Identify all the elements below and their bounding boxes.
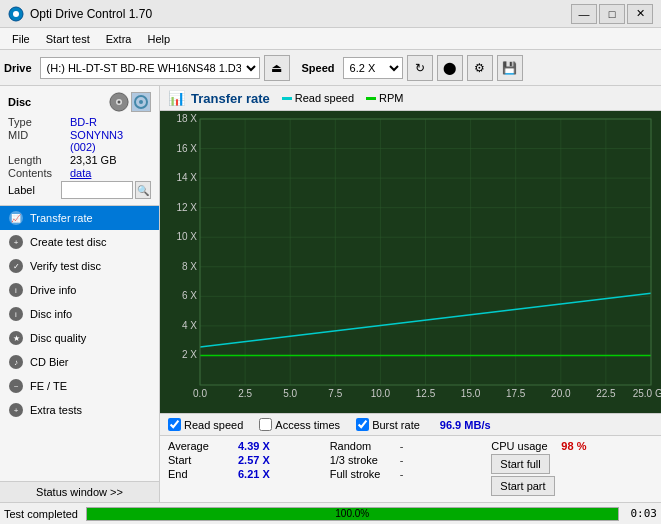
nav-item-fe-te[interactable]: ~ FE / TE: [0, 374, 159, 398]
window-title: Opti Drive Control 1.70: [30, 7, 571, 21]
drive-select[interactable]: (H:) HL-DT-ST BD-RE WH16NS48 1.D3: [40, 57, 260, 79]
create-test-disc-icon: +: [8, 234, 24, 250]
verify-test-disc-icon: ✓: [8, 258, 24, 274]
nav-label-transfer-rate: Transfer rate: [30, 212, 93, 224]
stats-end-row: End 6.21 X: [168, 468, 330, 480]
stats-full-stroke-val: -: [400, 468, 440, 480]
svg-point-1: [13, 11, 19, 17]
disc-type-row: Type BD-R: [8, 116, 151, 128]
nav-label-disc-info: Disc info: [30, 308, 72, 320]
close-button[interactable]: ✕: [627, 4, 653, 24]
start-full-button[interactable]: Start full: [491, 454, 549, 474]
speed-select[interactable]: 6.2 X: [343, 57, 403, 79]
status-text: Test completed: [4, 508, 78, 520]
disc-info-panel: Disc Type BD-R MID SONYNN3 (002): [0, 86, 159, 206]
legend-read-speed-dot: [282, 97, 292, 100]
fe-te-icon: ~: [8, 378, 24, 394]
stats-random-row: Random -: [330, 440, 492, 452]
chart-header-icon: 📊: [168, 90, 185, 106]
disc-label-input[interactable]: [61, 181, 133, 199]
nav-item-disc-quality[interactable]: ★ Disc quality: [0, 326, 159, 350]
nav-item-drive-info[interactable]: i Drive info: [0, 278, 159, 302]
access-times-checkbox-label[interactable]: Access times: [259, 418, 340, 431]
nav-label-drive-info: Drive info: [30, 284, 76, 296]
stats-col-mid: Random - 1/3 stroke - Full stroke -: [330, 440, 492, 498]
burst-rate-checkbox[interactable]: [356, 418, 369, 431]
settings-button[interactable]: ⚙: [467, 55, 493, 81]
nav-item-disc-info[interactable]: i Disc info: [0, 302, 159, 326]
read-speed-checkbox-label[interactable]: Read speed: [168, 418, 243, 431]
window-controls: — □ ✕: [571, 4, 653, 24]
disc-label-button[interactable]: 🔍: [135, 181, 151, 199]
menu-start-test[interactable]: Start test: [38, 31, 98, 47]
chart-container: [160, 111, 661, 413]
toolbar: Drive (H:) HL-DT-ST BD-RE WH16NS48 1.D3 …: [0, 50, 661, 86]
svg-point-6: [139, 100, 143, 104]
stats-col-left: Average 4.39 X Start 2.57 X End 6.21 X: [168, 440, 330, 498]
disc-type-key: Type: [8, 116, 70, 128]
main-layout: Disc Type BD-R MID SONYNN3 (002): [0, 86, 661, 502]
access-times-checkbox-text: Access times: [275, 419, 340, 431]
read-speed-checkbox-text: Read speed: [184, 419, 243, 431]
burst-rate-value: 96.9 MB/s: [440, 419, 491, 431]
refresh-button[interactable]: ↻: [407, 55, 433, 81]
transfer-rate-icon: 📈: [8, 210, 24, 226]
stats-stroke1-val: -: [400, 454, 440, 466]
disc-length-key: Length: [8, 154, 70, 166]
stats-average-val: 4.39 X: [238, 440, 278, 452]
stats-cpu-key: CPU usage: [491, 440, 561, 452]
save-button[interactable]: 💾: [497, 55, 523, 81]
cd-bier-icon: ♪: [8, 354, 24, 370]
drive-label: Drive: [4, 62, 32, 74]
stats-start-full-row: Start full: [491, 454, 653, 474]
stats-stroke1-key: 1/3 stroke: [330, 454, 400, 466]
stats-cpu-row: CPU usage 98 %: [491, 440, 653, 452]
chart-title: Transfer rate: [191, 91, 270, 106]
stats-col-right: CPU usage 98 % Start full Start part: [491, 440, 653, 498]
status-window-label: Status window >>: [36, 486, 123, 498]
menu-file[interactable]: File: [4, 31, 38, 47]
stats-full-stroke-row: Full stroke -: [330, 468, 492, 480]
stats-average-key: Average: [168, 440, 238, 452]
progress-bar-container: 100.0%: [86, 507, 619, 521]
nav-item-verify-test-disc[interactable]: ✓ Verify test disc: [0, 254, 159, 278]
nav-item-transfer-rate[interactable]: 📈 Transfer rate: [0, 206, 159, 230]
access-times-checkbox[interactable]: [259, 418, 272, 431]
burst-rate-checkbox-label[interactable]: Burst rate: [356, 418, 420, 431]
status-window-button[interactable]: Status window >>: [0, 481, 159, 502]
disc-label-row: Label 🔍: [8, 181, 151, 199]
nav-item-create-test-disc[interactable]: + Create test disc: [0, 230, 159, 254]
nav-item-cd-bier[interactable]: ♪ CD Bier: [0, 350, 159, 374]
transfer-rate-chart: [160, 111, 661, 413]
disc-mid-key: MID: [8, 129, 70, 153]
record-button[interactable]: ⬤: [437, 55, 463, 81]
titlebar: Opti Drive Control 1.70 — □ ✕: [0, 0, 661, 28]
stats-start-part-row: Start part: [491, 476, 653, 496]
read-speed-checkbox[interactable]: [168, 418, 181, 431]
disc-icon: [109, 92, 129, 112]
disc-contents-row: Contents data: [8, 167, 151, 179]
stats-table: Average 4.39 X Start 2.57 X End 6.21 X R…: [160, 435, 661, 502]
chart-header: 📊 Transfer rate Read speed RPM: [160, 86, 661, 111]
minimize-button[interactable]: —: [571, 4, 597, 24]
disc-label-key: Label: [8, 184, 61, 196]
disc-length-row: Length 23,31 GB: [8, 154, 151, 166]
disc-contents-val[interactable]: data: [70, 167, 91, 179]
disc-small-icon[interactable]: [131, 92, 151, 112]
stats-average-row: Average 4.39 X: [168, 440, 330, 452]
maximize-button[interactable]: □: [599, 4, 625, 24]
eject-button[interactable]: ⏏: [264, 55, 290, 81]
extra-tests-icon: +: [8, 402, 24, 418]
nav-item-extra-tests[interactable]: + Extra tests: [0, 398, 159, 422]
legend-rpm-dot: [366, 97, 376, 100]
disc-type-val: BD-R: [70, 116, 97, 128]
chart-controls: Read speed Access times Burst rate 96.9 …: [160, 413, 661, 435]
stats-end-val: 6.21 X: [238, 468, 278, 480]
start-part-button[interactable]: Start part: [491, 476, 554, 496]
stats-random-val: -: [400, 440, 440, 452]
stats-cpu-val: 98 %: [561, 440, 601, 452]
menu-help[interactable]: Help: [139, 31, 178, 47]
menu-extra[interactable]: Extra: [98, 31, 140, 47]
drive-info-icon: i: [8, 282, 24, 298]
nav-label-disc-quality: Disc quality: [30, 332, 86, 344]
